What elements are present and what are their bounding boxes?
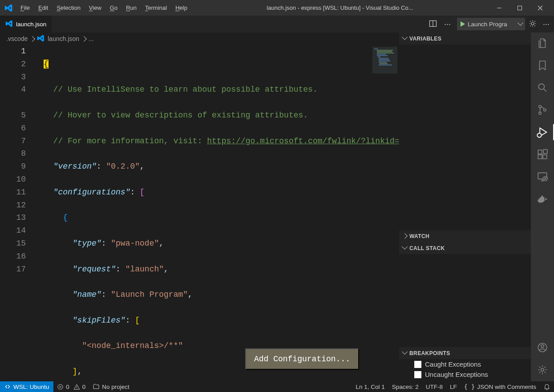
gutter: 1 234 567 8910 111213 141516 17 bbox=[0, 45, 37, 381]
checkbox-icon[interactable] bbox=[414, 371, 421, 378]
window-maximize-button[interactable] bbox=[510, 0, 530, 16]
tab-bar: launch.json ··· Launch Progra ··· bbox=[0, 16, 554, 32]
vscode-logo-icon bbox=[4, 3, 14, 13]
callstack-label: CALL STACK bbox=[409, 245, 445, 251]
gear-icon[interactable] bbox=[529, 20, 537, 29]
language-mode[interactable]: { } JSON with Comments bbox=[461, 381, 540, 392]
breakpoint-uncaught[interactable]: Uncaught Exceptions bbox=[399, 369, 531, 380]
tab-label: launch.json bbox=[16, 21, 46, 28]
project-indicator[interactable]: No project bbox=[89, 381, 133, 392]
svg-point-15 bbox=[541, 368, 544, 372]
svg-point-4 bbox=[539, 112, 541, 114]
checkbox-icon[interactable] bbox=[414, 361, 421, 368]
svg-rect-0 bbox=[518, 6, 522, 10]
breakpoints-section-header[interactable]: BREAKPOINTS bbox=[399, 347, 531, 359]
svg-rect-10 bbox=[543, 150, 547, 154]
chevron-right-icon bbox=[403, 233, 407, 239]
menu-go[interactable]: Go bbox=[106, 3, 121, 13]
window-title: launch.json - express [WSL: Ubuntu] - Vi… bbox=[191, 4, 489, 11]
breadcrumbs[interactable]: .vscode launch.json ... bbox=[0, 32, 399, 45]
svg-point-5 bbox=[544, 109, 546, 111]
more-icon[interactable]: ··· bbox=[543, 20, 550, 29]
split-editor-icon[interactable] bbox=[429, 20, 437, 29]
svg-rect-9 bbox=[543, 155, 547, 159]
chevron-down-icon bbox=[403, 35, 407, 42]
svg-rect-8 bbox=[538, 155, 542, 159]
run-debug-icon[interactable] bbox=[536, 126, 549, 138]
bookmark-icon[interactable] bbox=[536, 59, 549, 72]
main-menu: File Edit Selection View Go Run Terminal… bbox=[17, 3, 191, 13]
problems-indicator[interactable]: 0 0 bbox=[53, 381, 89, 392]
cursor-position[interactable]: Ln 1, Col 1 bbox=[352, 381, 388, 392]
svg-point-14 bbox=[541, 345, 544, 348]
remote-indicator[interactable]: WSL: Ubuntu bbox=[0, 381, 53, 392]
debug-panel: VARIABLES WATCH CALL STACK BREAKPOINTS C… bbox=[399, 32, 531, 381]
indentation[interactable]: Spaces: 2 bbox=[388, 381, 422, 392]
play-icon bbox=[461, 21, 465, 27]
breakpoints-body: Caught Exceptions Uncaught Exceptions bbox=[399, 359, 531, 381]
remote-explorer-icon[interactable] bbox=[536, 170, 549, 183]
breadcrumb-folder[interactable]: .vscode bbox=[6, 35, 28, 42]
chevron-down-icon bbox=[518, 21, 522, 28]
encoding[interactable]: UTF-8 bbox=[422, 381, 446, 392]
docker-icon[interactable] bbox=[536, 193, 549, 205]
menu-file[interactable]: File bbox=[17, 3, 33, 13]
source-control-icon[interactable] bbox=[536, 104, 549, 116]
explorer-icon[interactable] bbox=[536, 37, 549, 49]
menu-help[interactable]: Help bbox=[172, 3, 191, 13]
chevron-down-icon bbox=[403, 350, 407, 356]
breadcrumb-file[interactable]: launch.json bbox=[48, 35, 79, 42]
settings-icon[interactable] bbox=[536, 364, 549, 376]
svg-point-3 bbox=[539, 105, 541, 108]
debug-config-label: Launch Progra bbox=[468, 21, 516, 28]
vscode-file-icon bbox=[5, 20, 13, 29]
account-icon[interactable] bbox=[536, 341, 549, 354]
callstack-section-header[interactable]: CALL STACK bbox=[399, 242, 531, 254]
editor-pane: .vscode launch.json ... 1 234 567 8910 1… bbox=[0, 32, 399, 381]
eol[interactable]: LF bbox=[446, 381, 461, 392]
menu-view[interactable]: View bbox=[85, 3, 105, 13]
callstack-body bbox=[399, 254, 531, 347]
window-minimize-button[interactable] bbox=[489, 0, 510, 16]
chevron-right-icon bbox=[82, 35, 86, 42]
extensions-icon[interactable] bbox=[536, 148, 549, 161]
search-icon[interactable] bbox=[536, 81, 549, 94]
svg-point-2 bbox=[538, 84, 544, 89]
tab-launch-json[interactable]: launch.json bbox=[0, 16, 52, 32]
variables-body bbox=[399, 44, 531, 230]
svg-rect-7 bbox=[538, 150, 542, 154]
watch-section-header[interactable]: WATCH bbox=[399, 230, 531, 242]
breadcrumb-more[interactable]: ... bbox=[89, 35, 94, 42]
menu-edit[interactable]: Edit bbox=[35, 3, 52, 13]
variables-section-header[interactable]: VARIABLES bbox=[399, 32, 531, 44]
menu-selection[interactable]: Selection bbox=[53, 3, 84, 13]
debug-config-selector[interactable]: Launch Progra bbox=[457, 18, 525, 30]
watch-label: WATCH bbox=[409, 233, 429, 239]
more-actions-icon[interactable]: ··· bbox=[444, 20, 451, 29]
chevron-right-icon bbox=[30, 35, 34, 42]
vscode-file-icon bbox=[37, 34, 45, 44]
code-content[interactable]: { // Use IntelliSense to learn about pos… bbox=[37, 45, 371, 381]
window-close-button[interactable] bbox=[530, 0, 550, 16]
notifications-icon[interactable] bbox=[540, 381, 554, 392]
title-bar: File Edit Selection View Go Run Terminal… bbox=[0, 0, 554, 16]
activity-bar bbox=[531, 32, 554, 381]
breakpoint-caught[interactable]: Caught Exceptions bbox=[399, 359, 531, 369]
menu-terminal[interactable]: Terminal bbox=[142, 3, 170, 13]
breakpoints-label: BREAKPOINTS bbox=[409, 350, 450, 356]
variables-label: VARIABLES bbox=[409, 36, 441, 42]
minimap[interactable] bbox=[371, 45, 399, 381]
code-editor[interactable]: 1 234 567 8910 111213 141516 17 { // Use… bbox=[0, 45, 399, 381]
status-bar: WSL: Ubuntu 0 0 No project Ln 1, Col 1 S… bbox=[0, 381, 554, 392]
menu-run[interactable]: Run bbox=[122, 3, 140, 13]
add-configuration-button[interactable]: Add Configuration... bbox=[245, 348, 359, 370]
chevron-down-icon bbox=[403, 245, 407, 251]
